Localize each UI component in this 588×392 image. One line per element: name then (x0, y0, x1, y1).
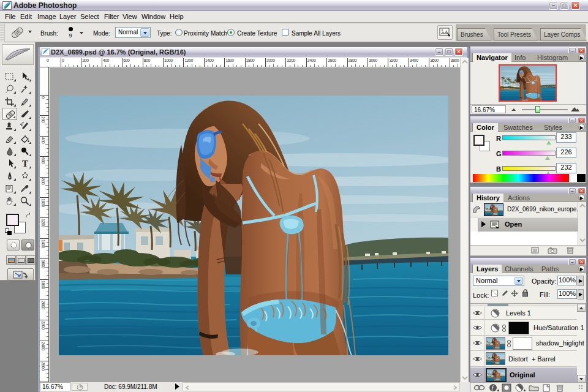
svg-text:T: T (22, 159, 28, 168)
